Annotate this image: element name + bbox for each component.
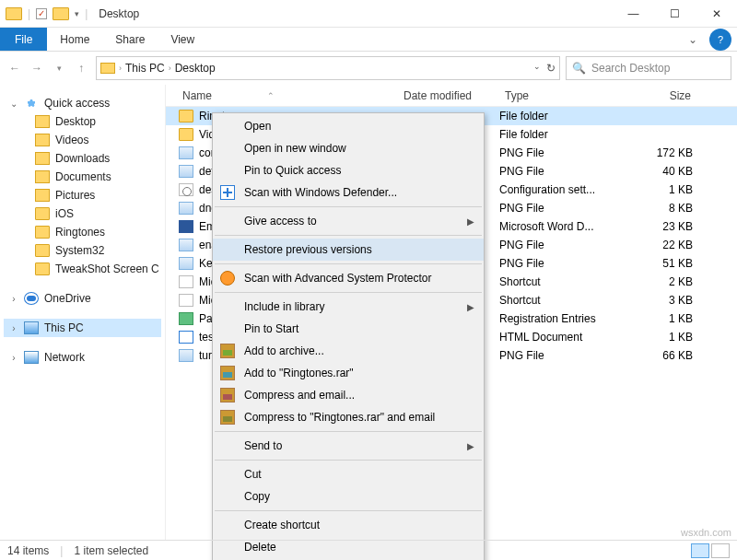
col-size[interactable]: Size bbox=[623, 89, 695, 102]
address-bar[interactable]: › This PC › Desktop ⌄ ↻ bbox=[96, 56, 560, 80]
up-button[interactable]: ↑ bbox=[72, 59, 90, 77]
chevron-right-icon[interactable]: › bbox=[119, 64, 122, 73]
expand-ribbon-icon[interactable]: ⌄ bbox=[682, 28, 704, 51]
tree-item-ringtones[interactable]: Ringtones bbox=[4, 223, 161, 241]
file-icon bbox=[179, 257, 193, 270]
menu-label: Compress and email... bbox=[244, 389, 355, 402]
menu-label: Copy bbox=[244, 490, 270, 503]
file-type: Shortcut bbox=[499, 294, 621, 307]
file-size: 8 KB bbox=[621, 202, 693, 215]
menu-item[interactable]: Include in library▶ bbox=[213, 296, 484, 318]
file-icon bbox=[179, 146, 193, 159]
file-icon bbox=[179, 165, 193, 178]
recent-button[interactable]: ▾ bbox=[50, 59, 68, 77]
search-input[interactable]: 🔍 Search Desktop bbox=[566, 56, 731, 80]
folder-icon bbox=[35, 134, 50, 146]
file-size: 22 KB bbox=[621, 239, 693, 251]
col-type[interactable]: Type bbox=[501, 89, 623, 102]
tree-item-documents[interactable]: Documents bbox=[4, 168, 161, 186]
menu-item[interactable]: Compress to "Ringtones.rar" and email bbox=[213, 406, 484, 428]
chevron-right-icon: ▶ bbox=[467, 216, 474, 227]
menu-label: Scan with Windows Defender... bbox=[244, 186, 397, 199]
file-icon bbox=[179, 220, 193, 233]
tree-network[interactable]: ›Network bbox=[4, 348, 161, 367]
file-type: HTML Document bbox=[499, 331, 621, 344]
col-date[interactable]: Date modified bbox=[400, 89, 501, 102]
menu-label: Add to "Ringtones.rar" bbox=[244, 367, 354, 379]
menu-item[interactable]: Send to▶ bbox=[213, 435, 484, 457]
breadcrumb-item[interactable]: Desktop bbox=[175, 62, 216, 75]
menu-item[interactable]: Cut bbox=[213, 463, 484, 485]
tab-view[interactable]: View bbox=[158, 28, 207, 51]
file-icon bbox=[179, 202, 193, 215]
menu-label: Give access to bbox=[244, 215, 317, 228]
menu-item[interactable]: Open bbox=[213, 115, 484, 137]
large-icons-view-button[interactable] bbox=[711, 543, 730, 558]
divider: | bbox=[28, 7, 30, 20]
checkbox-icon[interactable]: ✓ bbox=[36, 8, 47, 19]
tree-onedrive[interactable]: ›OneDrive bbox=[4, 289, 161, 308]
tab-home[interactable]: Home bbox=[47, 28, 102, 51]
menu-item[interactable]: Give access to▶ bbox=[213, 210, 484, 232]
tree-item-system32[interactable]: System32 bbox=[4, 241, 161, 260]
menu-label: Cut bbox=[244, 468, 262, 481]
menu-item[interactable]: Copy bbox=[213, 485, 484, 508]
file-tab[interactable]: File bbox=[0, 28, 47, 51]
tree-item-videos[interactable]: Videos bbox=[4, 131, 161, 149]
folder-icon bbox=[35, 262, 50, 275]
forward-button[interactable]: → bbox=[28, 59, 46, 77]
file-size: 40 KB bbox=[621, 165, 693, 178]
tree-this-pc[interactable]: ›This PC bbox=[4, 319, 161, 337]
title-bar: | ✓ ▾ | Desktop — ☐ ✕ bbox=[0, 0, 737, 28]
menu-item[interactable]: Open in new window bbox=[213, 137, 484, 159]
help-icon[interactable]: ? bbox=[709, 29, 731, 51]
menu-item[interactable]: Restore previous versions bbox=[213, 239, 484, 261]
file-type: PNG File bbox=[499, 165, 621, 178]
file-icon bbox=[179, 349, 193, 362]
chevron-right-icon[interactable]: › bbox=[169, 64, 171, 73]
tree-item-downloads[interactable]: Downloads bbox=[4, 149, 161, 168]
menu-label: Pin to Quick access bbox=[244, 164, 341, 177]
address-dropdown-icon[interactable]: ⌄ bbox=[533, 62, 541, 75]
maximize-button[interactable]: ☐ bbox=[654, 0, 696, 28]
menu-label: Pin to Start bbox=[244, 322, 298, 335]
menu-label: Restore previous versions bbox=[244, 243, 372, 256]
file-type: Microsoft Word D... bbox=[499, 220, 621, 233]
chevron-right-icon: ▶ bbox=[467, 441, 474, 451]
tree-item-desktop[interactable]: Desktop bbox=[4, 112, 161, 131]
file-type: File folder bbox=[499, 110, 621, 122]
tree-item-pictures[interactable]: Pictures bbox=[4, 186, 161, 204]
menu-label: Add to archive... bbox=[244, 344, 324, 357]
overflow[interactable]: ▾ bbox=[75, 9, 79, 18]
tree-item-ios[interactable]: iOS bbox=[4, 204, 161, 223]
breadcrumb-item[interactable]: This PC bbox=[125, 62, 165, 75]
menu-label: Compress to "Ringtones.rar" and email bbox=[244, 411, 435, 424]
minimize-button[interactable]: — bbox=[613, 0, 654, 28]
navigation-pane[interactable]: ⌄Quick access Desktop Videos Downloads D… bbox=[0, 85, 166, 540]
folder-icon bbox=[53, 7, 69, 20]
col-name[interactable]: Name⌃ bbox=[179, 89, 400, 102]
menu-item[interactable]: Pin to Start bbox=[213, 318, 484, 340]
file-size: 51 KB bbox=[621, 257, 693, 270]
menu-item[interactable]: Add to archive... bbox=[213, 340, 484, 362]
details-view-button[interactable] bbox=[691, 543, 709, 558]
menu-label: Create shortcut bbox=[244, 519, 320, 531]
folder-icon bbox=[35, 226, 50, 239]
menu-item[interactable]: Scan with Advanced System Protector bbox=[213, 267, 484, 289]
network-icon bbox=[24, 351, 39, 364]
quick-access[interactable]: ⌄Quick access bbox=[4, 94, 161, 112]
menu-item[interactable]: Create shortcut bbox=[213, 514, 484, 536]
menu-divider bbox=[215, 510, 482, 511]
menu-item[interactable]: Compress and email... bbox=[213, 384, 484, 406]
status-bar: 14 items | 1 item selected bbox=[0, 540, 737, 560]
menu-item[interactable]: Add to "Ringtones.rar" bbox=[213, 362, 484, 384]
menu-item[interactable]: Pin to Quick access bbox=[213, 159, 484, 181]
window-title: Desktop bbox=[99, 7, 139, 20]
close-button[interactable]: ✕ bbox=[696, 0, 737, 28]
tree-item-tweakshot[interactable]: TweakShot Screen C bbox=[4, 260, 161, 278]
tab-share[interactable]: Share bbox=[102, 28, 158, 51]
menu-item[interactable]: Scan with Windows Defender... bbox=[213, 181, 484, 204]
back-button[interactable]: ← bbox=[6, 59, 24, 77]
file-icon bbox=[179, 183, 193, 196]
refresh-icon[interactable]: ↻ bbox=[546, 62, 556, 75]
